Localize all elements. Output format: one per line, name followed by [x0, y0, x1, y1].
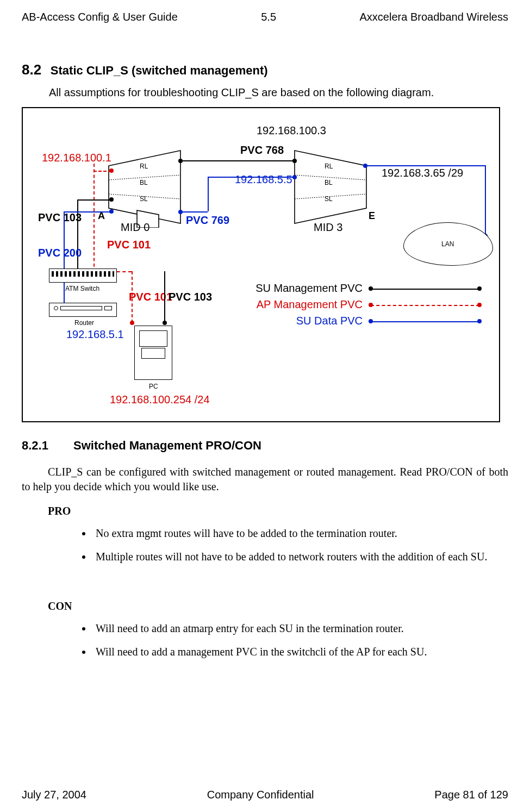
su-rl-label: RL [325, 163, 333, 170]
dot-pvc768-right [292, 159, 297, 163]
su-node [289, 146, 371, 228]
con-heading: CON [48, 600, 508, 613]
pc-label: PC [149, 383, 158, 390]
dot-pvc768-left [178, 159, 183, 163]
pvc-200-label: PVC 200 [38, 247, 82, 259]
ip-lan: 192.168.3.65 /29 [382, 167, 463, 179]
ip-su-data: 192.168.5.5 [235, 173, 292, 186]
atm-switch-label: ATM Switch [65, 285, 99, 292]
atm-switch [49, 268, 117, 283]
su-bl-label: BL [325, 179, 333, 186]
su-mgmt-a [77, 199, 111, 201]
section-intro: All assumptions for troubleshooting CLIP… [49, 86, 508, 99]
router-label: Router [74, 319, 94, 327]
page-footer: July 27, 2004 Company Confidential Page … [22, 789, 508, 801]
ap-sl-label: SL [140, 195, 148, 203]
ap-mid: MID 0 [121, 221, 149, 234]
legend-ap-mgmt-dot-r [477, 303, 482, 307]
legend-su-data-line [371, 321, 479, 322]
dot-lan-su [363, 164, 367, 168]
su-mgmt-b [77, 199, 78, 272]
ip-pc: 192.168.100.254 /24 [110, 393, 210, 406]
section-heading: 8.2 Static CLIP_S (switched management) [22, 61, 508, 78]
con-item: Will need to add a management PVC in the… [92, 645, 508, 659]
pc-device [134, 326, 172, 380]
dot-pvc769-su [292, 175, 297, 179]
subsection-number: 8.2.1 [22, 439, 48, 452]
line-pvc769-b [208, 177, 209, 211]
dot-ap-pc [130, 321, 134, 325]
pro-list: No extra mgmt routes will have to be add… [22, 526, 508, 564]
line-pvc769-a [180, 211, 208, 213]
lan-label: LAN [441, 240, 454, 248]
router-device [49, 303, 117, 317]
page-header: AB-Access Config & User Guide 5.5 Axxcel… [22, 0, 508, 23]
su-data-b [64, 211, 65, 309]
header-right: Axxcelera Broadband Wireless [360, 11, 508, 23]
line-pvc768 [180, 160, 295, 161]
ap-bl-label: BL [140, 179, 148, 186]
pro-item: No extra mgmt routes will have to be add… [92, 526, 508, 541]
ap-rl-label: RL [140, 163, 148, 170]
section-number: 8.2 [22, 61, 41, 78]
su-sl-label: SL [325, 195, 333, 203]
pvc-769-label: PVC 769 [186, 214, 229, 227]
ap-mgmt-a [93, 171, 111, 172]
pro-heading: PRO [48, 505, 508, 517]
dot-sumgmt-pc [163, 321, 167, 325]
subsection-para: CLIP_S can be configured with switched m… [22, 465, 508, 494]
legend-su-mgmt-dot-r [477, 286, 482, 291]
section-title: Static CLIP_S (switched management) [51, 64, 268, 77]
ap-node [104, 146, 186, 228]
legend-ap-mgmt-label: AP Management PVC [248, 298, 363, 311]
ip-router: 192.168.5.1 [66, 328, 124, 341]
subsection-title: Switched Management PRO/CON [73, 439, 261, 452]
footer-center: Company Confidential [207, 789, 314, 801]
con-item: Will need to add an atmarp entry for eac… [92, 621, 508, 636]
ip-ap-rl: 192.168.100.1 [42, 152, 111, 164]
footer-right: Page 81 of 129 [434, 789, 508, 801]
legend-su-mgmt-label: SU Management PVC [248, 282, 363, 295]
dot-pvc769-ap [178, 210, 183, 214]
su-mgmt-d [164, 271, 165, 323]
legend-su-data-dot-r [477, 319, 482, 323]
con-list: Will need to add an atmarp entry for eac… [22, 621, 508, 659]
su-letter: E [369, 210, 375, 222]
pvc-101-top-label: PVC 101 [107, 239, 151, 251]
ip-su-top: 192.168.100.3 [257, 124, 326, 137]
su-data-a [64, 211, 111, 213]
network-diagram: RL BL SL A MID 0 RL BL SL E MID 3 192.16… [22, 107, 500, 422]
line-lan-a [365, 165, 485, 166]
su-mid: MID 3 [314, 221, 342, 234]
subsection-heading: 8.2.1 Switched Management PRO/CON [22, 439, 508, 453]
pvc-768-label: PVC 768 [240, 144, 284, 157]
legend-su-mgmt-line [371, 289, 479, 290]
legend-ap-mgmt-line [371, 305, 479, 306]
pvc-103-right-label: PVC 103 [169, 291, 212, 303]
page: AB-Access Config & User Guide 5.5 Axxcel… [0, 0, 530, 812]
ap-mgmt-b [93, 164, 95, 272]
pro-item: Multiple routes will not have to be adde… [92, 549, 508, 564]
header-left: AB-Access Config & User Guide [22, 11, 178, 23]
pvc-103-left-label: PVC 103 [38, 211, 82, 223]
svg-marker-4 [295, 151, 366, 223]
footer-left: July 27, 2004 [22, 789, 86, 801]
line-lan-b [485, 165, 486, 236]
pvc-101-bottom-label: PVC 101 [129, 291, 172, 303]
header-center: 5.5 [261, 11, 276, 23]
legend-su-data-label: SU Data PVC [248, 315, 363, 327]
